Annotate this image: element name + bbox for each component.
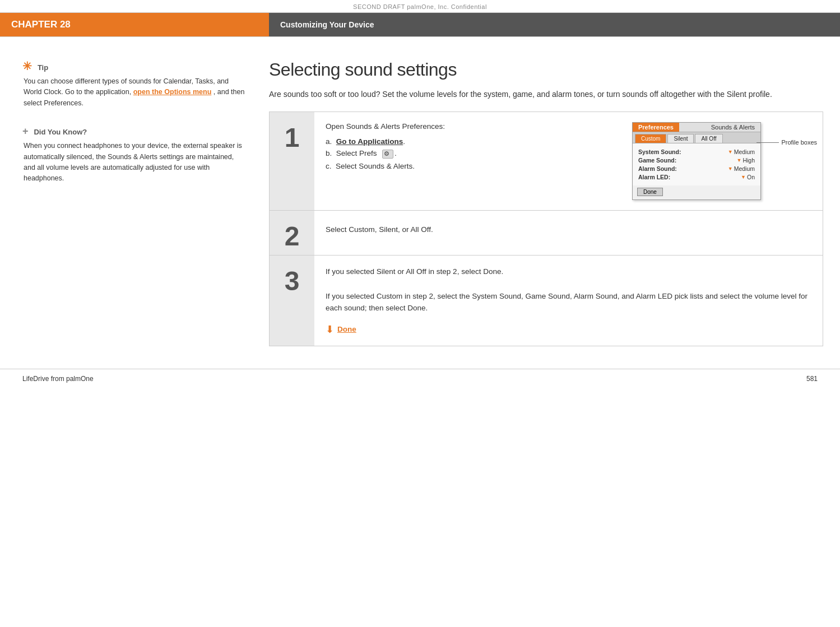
prefs-row-system: System Sound: ▼ Medium: [638, 148, 755, 155]
prefs-led-val: On: [747, 174, 755, 180]
step-3-text1: If you selected Silent or All Off in ste…: [326, 266, 811, 278]
footer-right: 581: [806, 375, 818, 383]
done-text[interactable]: Done: [337, 325, 356, 333]
step-1-content: Open Sounds & Alerts Preferences: a. Go …: [314, 112, 823, 210]
prefs-done-button[interactable]: Done: [637, 188, 663, 196]
prefs-game-val: High: [742, 157, 755, 164]
prefs-system-arrow: ▼: [728, 149, 733, 155]
prefs-alarm-value[interactable]: ▼ Medium: [728, 165, 755, 172]
step-1-instruction: Open Sounds & Alerts Preferences:: [326, 122, 615, 131]
profile-line: [757, 142, 779, 143]
step-1a: a. Go to Applications.: [326, 137, 615, 146]
prefs-row-led: Alarm LED: ▼ On: [638, 174, 755, 180]
step-1-number: 1: [270, 112, 314, 210]
step-3-text2: If you selected Custom in step 2, select…: [326, 290, 811, 314]
profile-boxes-text: Profile boxes: [781, 139, 817, 146]
did-you-know-icon: +: [22, 126, 29, 137]
steps-container: 1 Open Sounds & Alerts Preferences: a. G…: [269, 112, 823, 346]
prefs-titlebar-left: Preferences: [633, 123, 679, 132]
tip-text: You can choose different types of sounds…: [22, 76, 247, 109]
prefs-alarm-val: Medium: [734, 165, 755, 172]
sidebar: ✳ Tip You can choose different types of …: [0, 59, 263, 346]
prefs-row-game: Game Sound: ▼ High: [638, 157, 755, 164]
step-1b: b. Select Prefs .: [326, 149, 615, 158]
prefs-row-alarm: Alarm Sound: ▼ Medium: [638, 165, 755, 172]
prefs-dialog: Preferences Sounds & Alerts Custom Silen…: [632, 122, 761, 200]
section-title: Selecting sound settings: [269, 59, 823, 80]
step-3-text: If you selected Silent or All Off in ste…: [326, 266, 811, 314]
right-content: Selecting sound settings Are sounds too …: [263, 59, 840, 346]
prefs-game-arrow: ▼: [736, 157, 741, 163]
step-2-text: Select Custom, Silent, or All Off.: [326, 221, 811, 238]
prefs-tab-custom[interactable]: Custom: [635, 134, 666, 143]
header-bar: CHAPTER 28 Customizing Your Device: [0, 12, 840, 37]
prefs-led-label: Alarm LED:: [638, 174, 670, 180]
step-1-row: 1 Open Sounds & Alerts Preferences: a. G…: [270, 112, 823, 211]
prefs-tab-alloff[interactable]: All Off: [695, 134, 722, 143]
profile-boxes-label: Profile boxes: [757, 139, 817, 146]
chapter-title: Customizing Your Device: [269, 13, 840, 36]
done-arrow-icon: ⬇: [326, 323, 334, 336]
step-3-row: 3 If you selected Silent or All Off in s…: [270, 256, 823, 345]
step-2-row: 2 Select Custom, Silent, or All Off.: [270, 211, 823, 256]
tip-block: ✳ Tip You can choose different types of …: [22, 59, 247, 109]
step-1-inner: Open Sounds & Alerts Preferences: a. Go …: [326, 122, 811, 200]
prefs-game-value[interactable]: ▼ High: [736, 157, 755, 164]
step-1-text: Open Sounds & Alerts Preferences: a. Go …: [326, 122, 615, 200]
prefs-icon: [382, 150, 393, 159]
prefs-system-val: Medium: [734, 148, 755, 155]
tip-icon: ✳: [22, 59, 32, 73]
did-you-know-label: Did You Know?: [34, 128, 87, 136]
prefs-titlebar-right: Sounds & Alerts: [706, 123, 760, 132]
watermark: SECOND DRAFT palmOne, Inc. Confidential: [0, 0, 840, 12]
prefs-tabs: Custom Silent All Off: [633, 132, 760, 143]
prefs-done-bar: Done: [633, 185, 760, 199]
done-link: ⬇ Done: [326, 323, 811, 336]
prefs-led-value[interactable]: ▼ On: [741, 174, 755, 180]
step-1c: c. Select Sounds & Alerts.: [326, 162, 615, 170]
prefs-led-arrow: ▼: [741, 174, 746, 180]
step-3-number: 3: [270, 256, 314, 345]
step-2-content: Select Custom, Silent, or All Off.: [314, 211, 823, 255]
prefs-alarm-label: Alarm Sound:: [638, 165, 677, 172]
prefs-titlebar: Preferences Sounds & Alerts: [633, 123, 760, 132]
prefs-system-label: System Sound:: [638, 148, 681, 155]
prefs-alarm-arrow: ▼: [728, 166, 733, 171]
tip-label: Tip: [38, 63, 48, 72]
footer: LifeDrive from palmOne 581: [0, 369, 840, 388]
prefs-system-value[interactable]: ▼ Medium: [728, 148, 755, 155]
chapter-label: CHAPTER 28: [0, 13, 269, 36]
step-3-content: If you selected Silent or All Off in ste…: [314, 256, 823, 345]
did-you-know-block: + Did You Know? When you connect headpho…: [22, 126, 247, 184]
footer-left: LifeDrive from palmOne: [22, 375, 94, 383]
did-you-know-text: When you connect headphones to your devi…: [22, 141, 247, 184]
prefs-body: System Sound: ▼ Medium Game Sound:: [633, 143, 760, 185]
step-2-number: 2: [270, 211, 314, 255]
prefs-dialog-wrapper: Preferences Sounds & Alerts Custom Silen…: [632, 122, 761, 200]
section-intro: Are sounds too soft or too loud? Set the…: [269, 88, 823, 100]
main-content: ✳ Tip You can choose different types of …: [0, 37, 840, 369]
tip-link[interactable]: open the Options menu: [133, 88, 212, 96]
prefs-tab-silent[interactable]: Silent: [667, 134, 694, 143]
go-to-applications-link[interactable]: Go to Applications: [336, 137, 403, 146]
prefs-game-label: Game Sound:: [638, 157, 676, 164]
